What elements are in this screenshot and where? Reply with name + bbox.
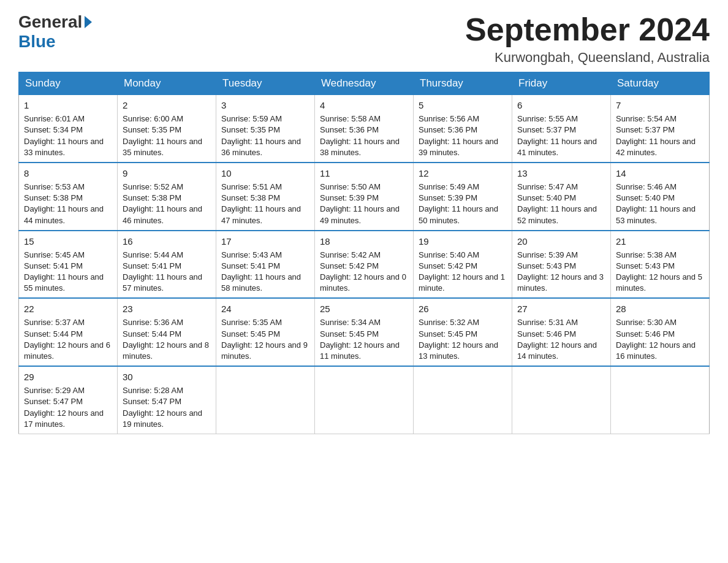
calendar-week-row: 22 Sunrise: 5:37 AM Sunset: 5:44 PM Dayl… xyxy=(19,298,710,366)
calendar-table: Sunday Monday Tuesday Wednesday Thursday… xyxy=(18,72,710,434)
sunrise-text: Sunrise: 5:34 AM xyxy=(320,318,381,327)
day-number: 7 xyxy=(616,99,704,112)
sunset-text: Sunset: 5:40 PM xyxy=(517,193,576,202)
sunrise-text: Sunrise: 5:32 AM xyxy=(419,318,479,327)
sunset-text: Sunset: 5:41 PM xyxy=(123,261,181,270)
sunrise-text: Sunrise: 5:38 AM xyxy=(616,250,677,259)
daylight-text: Daylight: 12 hours and 1 minute. xyxy=(419,272,505,293)
day-number: 30 xyxy=(123,370,211,383)
day-number: 18 xyxy=(320,235,408,248)
page-header: General Blue September 2024 Kurwongbah, … xyxy=(18,12,710,66)
daylight-text: Daylight: 11 hours and 41 minutes. xyxy=(517,137,597,157)
daylight-text: Daylight: 11 hours and 42 minutes. xyxy=(616,137,696,157)
sunset-text: Sunset: 5:35 PM xyxy=(123,125,181,134)
sunrise-text: Sunrise: 5:52 AM xyxy=(123,182,183,191)
sunset-text: Sunset: 5:34 PM xyxy=(24,125,83,134)
table-row: 1 Sunrise: 6:01 AM Sunset: 5:34 PM Dayli… xyxy=(19,95,118,163)
sunset-text: Sunset: 5:37 PM xyxy=(517,125,576,134)
table-row: 20 Sunrise: 5:39 AM Sunset: 5:43 PM Dayl… xyxy=(512,231,611,299)
header-sunday: Sunday xyxy=(19,72,118,95)
sunrise-text: Sunrise: 6:01 AM xyxy=(24,114,85,123)
daylight-text: Daylight: 11 hours and 46 minutes. xyxy=(123,204,202,224)
daylight-text: Daylight: 12 hours and 19 minutes. xyxy=(123,408,202,429)
sunrise-text: Sunrise: 5:43 AM xyxy=(221,250,282,259)
daylight-text: Daylight: 11 hours and 55 minutes. xyxy=(24,272,104,293)
table-row: 22 Sunrise: 5:37 AM Sunset: 5:44 PM Dayl… xyxy=(19,298,118,366)
sunrise-text: Sunrise: 5:58 AM xyxy=(320,114,381,123)
day-number: 21 xyxy=(616,235,704,248)
table-row: 7 Sunrise: 5:54 AM Sunset: 5:37 PM Dayli… xyxy=(611,95,710,163)
table-row: 10 Sunrise: 5:51 AM Sunset: 5:38 PM Dayl… xyxy=(216,163,315,231)
daylight-text: Daylight: 11 hours and 36 minutes. xyxy=(221,137,301,157)
sunrise-text: Sunrise: 5:51 AM xyxy=(221,182,282,191)
day-number: 25 xyxy=(320,302,408,315)
day-number: 27 xyxy=(517,302,605,315)
daylight-text: Daylight: 12 hours and 17 minutes. xyxy=(24,408,104,429)
day-number: 19 xyxy=(419,235,507,248)
daylight-text: Daylight: 12 hours and 6 minutes. xyxy=(24,340,110,361)
table-row: 8 Sunrise: 5:53 AM Sunset: 5:38 PM Dayli… xyxy=(19,163,118,231)
table-row: 21 Sunrise: 5:38 AM Sunset: 5:43 PM Dayl… xyxy=(611,231,710,299)
daylight-text: Daylight: 11 hours and 57 minutes. xyxy=(123,272,202,293)
sunset-text: Sunset: 5:45 PM xyxy=(221,329,280,339)
table-row: 17 Sunrise: 5:43 AM Sunset: 5:41 PM Dayl… xyxy=(216,231,315,299)
table-row: 4 Sunrise: 5:58 AM Sunset: 5:36 PM Dayli… xyxy=(315,95,414,163)
sunset-text: Sunset: 5:43 PM xyxy=(517,261,576,270)
logo-arrow-icon xyxy=(85,16,92,28)
sunset-text: Sunset: 5:36 PM xyxy=(320,125,379,134)
calendar-header-row: Sunday Monday Tuesday Wednesday Thursday… xyxy=(19,72,710,95)
calendar-week-row: 8 Sunrise: 5:53 AM Sunset: 5:38 PM Dayli… xyxy=(19,163,710,231)
day-number: 26 xyxy=(419,302,507,315)
day-number: 24 xyxy=(221,302,309,315)
day-number: 17 xyxy=(221,235,309,248)
sunset-text: Sunset: 5:38 PM xyxy=(123,193,181,202)
sunset-text: Sunset: 5:47 PM xyxy=(123,397,181,406)
day-number: 1 xyxy=(24,99,112,112)
sunrise-text: Sunrise: 5:29 AM xyxy=(24,386,85,395)
daylight-text: Daylight: 11 hours and 44 minutes. xyxy=(24,204,104,224)
calendar-title: September 2024 xyxy=(465,12,710,47)
sunrise-text: Sunrise: 5:42 AM xyxy=(320,250,381,259)
day-number: 8 xyxy=(24,167,112,180)
logo-blue: Blue xyxy=(18,32,56,52)
table-row: 18 Sunrise: 5:42 AM Sunset: 5:42 PM Dayl… xyxy=(315,231,414,299)
table-row: 15 Sunrise: 5:45 AM Sunset: 5:41 PM Dayl… xyxy=(19,231,118,299)
sunset-text: Sunset: 5:46 PM xyxy=(517,329,576,339)
day-number: 12 xyxy=(419,167,507,180)
sunrise-text: Sunrise: 5:31 AM xyxy=(517,318,578,327)
daylight-text: Daylight: 11 hours and 38 minutes. xyxy=(320,137,400,157)
title-section: September 2024 Kurwongbah, Queensland, A… xyxy=(465,12,710,66)
day-number: 10 xyxy=(221,167,309,180)
daylight-text: Daylight: 11 hours and 58 minutes. xyxy=(221,272,301,293)
sunset-text: Sunset: 5:35 PM xyxy=(221,125,280,134)
table-row: 23 Sunrise: 5:36 AM Sunset: 5:44 PM Dayl… xyxy=(118,298,216,366)
header-tuesday: Tuesday xyxy=(216,72,315,95)
day-number: 13 xyxy=(517,167,605,180)
day-number: 9 xyxy=(123,167,211,180)
sunset-text: Sunset: 5:44 PM xyxy=(123,329,181,339)
table-row: 30 Sunrise: 5:28 AM Sunset: 5:47 PM Dayl… xyxy=(118,366,216,434)
daylight-text: Daylight: 12 hours and 11 minutes. xyxy=(320,340,400,361)
sunset-text: Sunset: 5:45 PM xyxy=(320,329,379,339)
sunrise-text: Sunrise: 5:45 AM xyxy=(24,250,85,259)
daylight-text: Daylight: 12 hours and 8 minutes. xyxy=(123,340,209,361)
sunset-text: Sunset: 5:42 PM xyxy=(320,261,379,270)
sunrise-text: Sunrise: 5:44 AM xyxy=(123,250,183,259)
day-number: 11 xyxy=(320,167,408,180)
table-row xyxy=(216,366,315,434)
sunrise-text: Sunrise: 5:59 AM xyxy=(221,114,282,123)
sunset-text: Sunset: 5:41 PM xyxy=(221,261,280,270)
calendar-week-row: 1 Sunrise: 6:01 AM Sunset: 5:34 PM Dayli… xyxy=(19,95,710,163)
table-row: 14 Sunrise: 5:46 AM Sunset: 5:40 PM Dayl… xyxy=(611,163,710,231)
day-number: 22 xyxy=(24,302,112,315)
sunset-text: Sunset: 5:45 PM xyxy=(419,329,477,339)
sunrise-text: Sunrise: 5:37 AM xyxy=(24,318,85,327)
sunrise-text: Sunrise: 5:28 AM xyxy=(123,386,183,395)
table-row: 9 Sunrise: 5:52 AM Sunset: 5:38 PM Dayli… xyxy=(118,163,216,231)
sunrise-text: Sunrise: 5:49 AM xyxy=(419,182,479,191)
daylight-text: Daylight: 12 hours and 16 minutes. xyxy=(616,340,696,361)
daylight-text: Daylight: 11 hours and 33 minutes. xyxy=(24,137,104,157)
sunset-text: Sunset: 5:41 PM xyxy=(24,261,83,270)
table-row: 28 Sunrise: 5:30 AM Sunset: 5:46 PM Dayl… xyxy=(611,298,710,366)
day-number: 28 xyxy=(616,302,704,315)
